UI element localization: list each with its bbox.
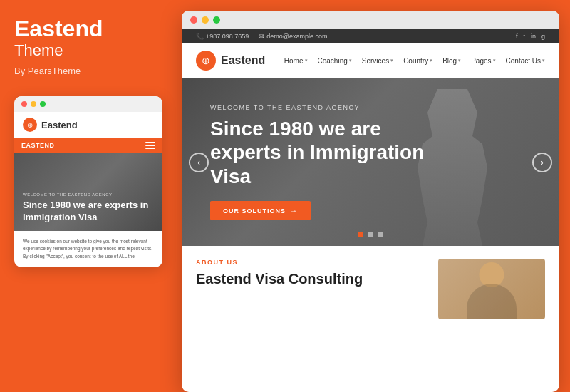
nav-country[interactable]: Country▾ (403, 57, 432, 65)
chrome-dot-yellow (202, 16, 209, 24)
nav-coaching-caret: ▾ (349, 58, 352, 63)
social-linkedin-icon[interactable]: in (531, 33, 536, 40)
topbar-phone: 📞 +987 098 7659 (196, 33, 249, 40)
hero-cta-label: OUR SOLUTIONS (223, 207, 286, 215)
site-nav-links: Home▾ Coaching▾ Services▾ Country▾ Blog▾… (284, 57, 545, 65)
site-navbar: ⊕ Eastend Home▾ Coaching▾ Services▾ Coun… (182, 43, 559, 78)
nav-contact[interactable]: Contact Us▾ (506, 57, 545, 65)
phone-icon: 📞 (196, 33, 204, 40)
hero-dot-3[interactable] (378, 232, 383, 237)
nav-home-caret: ▾ (305, 58, 308, 63)
hero-content: WELCOME TO THE EASTEND AGENCY Since 1980… (182, 104, 467, 221)
mini-body-text: We use cookies on our website to give yo… (14, 231, 162, 267)
mini-hamburger-icon (145, 142, 155, 149)
chrome-dot-green (213, 16, 220, 24)
mini-logo-bar: ⊕ Eastend (14, 112, 162, 138)
hero-slide-dots (358, 232, 383, 237)
about-section: ABOUT US Eastend Visa Consulting (196, 259, 424, 319)
social-facebook-icon[interactable]: f (516, 33, 518, 40)
mini-browser-mockup: ⊕ Eastend EASTEND WELCOME TO THE EASTEND… (14, 96, 162, 267)
chrome-dot-red (190, 16, 197, 24)
topbar-contact: 📞 +987 098 7659 ✉ demo@example.com (196, 33, 327, 40)
about-label: ABOUT US (196, 259, 424, 266)
mini-nav-label: EASTEND (21, 142, 55, 149)
nav-home[interactable]: Home▾ (284, 57, 308, 65)
topbar-email: ✉ demo@example.com (259, 33, 327, 40)
mini-dot-yellow (31, 101, 36, 107)
mini-hero-section: WELCOME TO THE EASTEND AGENCY Since 1980… (14, 153, 162, 231)
left-panel: Eastend Theme By PearsTheme ⊕ Eastend EA… (0, 0, 177, 392)
nav-contact-caret: ▾ (542, 58, 545, 63)
site-below-hero: ABOUT US Eastend Visa Consulting (182, 246, 559, 332)
nav-services[interactable]: Services▾ (362, 57, 393, 65)
site-logo-text: Eastend (221, 54, 265, 67)
site-globe-icon: ⊕ (196, 51, 216, 71)
mini-welcome-text: WELCOME TO THE EASTEND AGENCY (23, 192, 154, 197)
nav-blog-caret: ▾ (458, 58, 461, 63)
mini-brand-name: Eastend (41, 120, 78, 130)
nav-pages-caret: ▾ (493, 58, 496, 63)
email-icon: ✉ (259, 33, 264, 40)
mini-dot-red (21, 101, 27, 107)
hero-dot-2[interactable] (368, 232, 373, 237)
social-twitter-icon[interactable]: t (523, 33, 525, 40)
site-topbar: 📞 +987 098 7659 ✉ demo@example.com f t i… (182, 29, 559, 43)
site-hero-section: WELCOME TO THE EASTEND AGENCY Since 1980… (182, 78, 559, 246)
mini-browser-bar (14, 96, 162, 112)
mini-nav-bar: EASTEND (14, 138, 162, 153)
browser-chrome-bar (182, 11, 559, 29)
nav-country-caret: ▾ (430, 58, 432, 63)
brand-title: Eastend (14, 17, 162, 40)
hero-title: Since 1980 we are experts in Immigration… (210, 117, 438, 189)
mini-hero-title: Since 1980 we are experts in Immigration… (23, 200, 154, 224)
topbar-social: f t in g (516, 33, 545, 40)
mini-dot-green (40, 101, 46, 107)
about-title: Eastend Visa Consulting (196, 270, 424, 287)
about-image (438, 259, 545, 319)
mini-globe-icon: ⊕ (23, 118, 37, 132)
hero-prev-button[interactable]: ‹ (189, 153, 209, 172)
nav-coaching[interactable]: Coaching▾ (318, 57, 352, 65)
site-logo: ⊕ Eastend (196, 51, 265, 71)
nav-blog[interactable]: Blog▾ (442, 57, 461, 65)
social-google-icon[interactable]: g (542, 33, 545, 40)
hero-dot-1[interactable] (358, 232, 363, 237)
hero-next-button[interactable]: › (532, 153, 552, 172)
main-browser-window: 📞 +987 098 7659 ✉ demo@example.com f t i… (182, 11, 559, 392)
brand-by: By PearsTheme (14, 66, 162, 76)
brand-subtitle: Theme (14, 41, 162, 60)
nav-pages[interactable]: Pages▾ (471, 57, 495, 65)
hero-welcome-text: WELCOME TO THE EASTEND AGENCY (210, 104, 438, 111)
hero-cta-arrow-icon: → (290, 207, 298, 215)
about-img-body (467, 284, 517, 319)
nav-services-caret: ▾ (390, 58, 393, 63)
hero-cta-button[interactable]: OUR SOLUTIONS → (210, 201, 311, 220)
